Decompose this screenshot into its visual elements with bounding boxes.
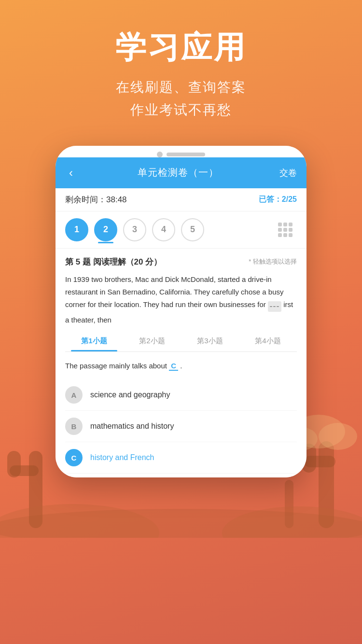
question-label: 第 5 题 阅读理解（20 分） [65,256,162,267]
passage-text: In 1939 two brothers, Mac and Dick McDon… [65,273,297,327]
svg-point-0 [0,509,362,538]
speaker-bar [167,153,205,156]
camera-dot [157,152,163,157]
question-header: 第 5 题 阅读理解（20 分） * 轻触选项以选择 [65,256,297,267]
option-b-circle: B [65,418,83,435]
option-b[interactable]: B mathematics and history [65,411,297,442]
question-num-3[interactable]: 3 [123,218,146,241]
question-num-1[interactable]: 1 [65,218,88,241]
question-num-2[interactable]: 2 [94,218,117,241]
sub-tab-2[interactable]: 第2小题 [123,331,181,351]
option-c[interactable]: C history and French [65,442,297,474]
phone-notch [56,146,306,157]
grid-dot [283,228,287,232]
svg-point-8 [0,504,159,538]
question-text: The passage mainly talks about C . [65,360,297,372]
option-b-text: mathematics and history [90,420,174,432]
option-a[interactable]: A science and geography [65,379,297,411]
status-bar: 剩余时间：38:48 已答：2/25 [56,188,306,211]
question-content: The passage mainly talks about C . A sci… [65,352,297,478]
grid-dot [289,228,292,232]
option-c-circle: C [65,449,83,466]
sub-tabs: 第1小题 第2小题 第3小题 第4小题 [65,331,297,352]
svg-rect-7 [285,480,293,528]
app-subtitle-line1: 在线刷题、查询答案 作业考试不再愁 [0,76,362,122]
question-hint: * 轻触选项以选择 [249,257,297,266]
app-header: ‹ 单元检测卷（一） 交卷 [56,157,306,188]
phone-mockup: ‹ 单元检测卷（一） 交卷 剩余时间：38:48 已答：2/25 1 2 3 4… [0,146,362,477]
grid-dot [283,223,287,226]
option-a-circle: A [65,386,83,404]
grid-dot [278,228,282,232]
answered-count: 已答：2/25 [259,195,297,205]
back-button[interactable]: ‹ [65,164,77,182]
grid-dot [278,223,282,226]
phone-frame: ‹ 单元检测卷（一） 交卷 剩余时间：38:48 已答：2/25 1 2 3 4… [56,146,306,477]
header-title: 单元检测卷（一） [138,166,219,179]
question-num-5[interactable]: 5 [181,218,204,241]
option-a-text: science and geography [90,389,170,401]
submit-button[interactable]: 交卷 [279,167,297,179]
sub-tab-1[interactable]: 第1小题 [65,331,123,351]
grid-dot [289,233,292,237]
svg-point-9 [222,506,362,538]
app-title: 学习应用 [0,29,362,66]
answered-current: 2 [282,195,286,203]
grid-dot [289,223,292,226]
time-remaining: 剩余时间：38:48 [65,194,127,205]
question-grid-icon[interactable] [274,218,297,241]
sub-tab-4[interactable]: 第4小题 [239,331,297,351]
sub-tab-3[interactable]: 第3小题 [181,331,239,351]
grid-dot [278,233,282,237]
content-area: 第 5 题 阅读理解（20 分） * 轻触选项以选择 In 1939 two b… [56,249,306,477]
answer-highlight: C [169,362,178,371]
question-num-4[interactable]: 4 [152,218,175,241]
option-c-text: history and French [90,452,154,463]
question-numbers: 1 2 3 4 5 [56,211,306,249]
fold-icon[interactable] [268,301,281,312]
grid-dot [283,233,287,237]
